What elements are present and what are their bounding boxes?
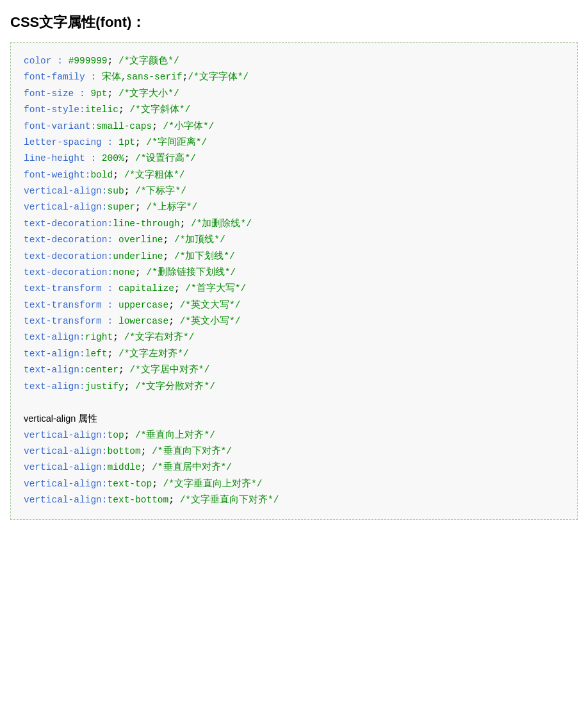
code-line: text-align:center; /*文字居中对齐*/ — [24, 362, 564, 378]
page-title: CSS文字属性(font)： — [10, 13, 578, 32]
css-value: center — [85, 365, 118, 375]
css-value: overline — [118, 235, 163, 245]
css-property: text-decoration: — [24, 267, 113, 278]
css-value: text-bottom — [108, 495, 169, 505]
css-value: itelic — [85, 104, 118, 115]
code-line: text-decoration:none; /*删除链接下划线*/ — [24, 265, 564, 281]
code-line: text-align:right; /*文字右对齐*/ — [24, 329, 564, 345]
css-property: vertical-align: — [24, 446, 108, 456]
code-line: font-variant:small-caps; /*小字体*/ — [24, 119, 564, 135]
code-line: letter-spacing : 1pt; /*字间距离*/ — [24, 135, 564, 151]
css-property: text-transform : — [24, 300, 118, 310]
css-comment: /*字间距离*/ — [146, 137, 207, 147]
code-line: text-transform : uppercase; /*英文大写*/ — [24, 297, 564, 313]
code-line: line-height : 200%; /*设置行高*/ — [24, 151, 564, 167]
code-line: font-style:itelic; /*文字斜体*/ — [24, 102, 564, 118]
css-value: small-caps — [96, 121, 152, 131]
css-property: text-decoration: — [24, 251, 113, 261]
css-comment: /*垂直向上对齐*/ — [135, 430, 215, 440]
css-property: line-height : — [24, 153, 102, 163]
css-comment: /*文字分散对齐*/ — [135, 381, 215, 392]
css-property: vertical-align: — [24, 186, 108, 196]
code-line: text-align:justify; /*文字分散对齐*/ — [24, 379, 564, 395]
css-comment: /*文字字体*/ — [188, 72, 249, 82]
css-value: none — [113, 267, 135, 278]
css-value: sub — [108, 186, 124, 196]
css-value: 9pt — [90, 88, 107, 99]
css-value: line-through — [113, 219, 179, 229]
code-line: vertical-align:text-top; /*文字垂直向上对齐*/ — [24, 476, 564, 492]
css-property: text-transform : — [24, 283, 118, 294]
css-value: uppercase — [118, 300, 168, 310]
css-comment: /*小字体*/ — [163, 121, 215, 131]
css-value: 200% — [102, 153, 124, 163]
css-comment: /*文字垂直向下对齐*/ — [180, 495, 279, 505]
css-property: text-align: — [24, 365, 85, 375]
css-comment: /*英文小写*/ — [180, 316, 241, 326]
css-comment: /*设置行高*/ — [135, 153, 196, 163]
code-line: vertical-align:top; /*垂直向上对齐*/ — [24, 427, 564, 444]
css-property: font-family : — [24, 72, 102, 82]
section-label: vertical-align 属性 — [24, 411, 564, 427]
css-value: text-top — [108, 479, 152, 489]
code-line: vertical-align:sub; /*下标字*/ — [24, 183, 564, 199]
css-value: justify — [85, 381, 124, 392]
code-line: vertical-align:middle; /*垂直居中对齐*/ — [24, 460, 564, 476]
css-value: bottom — [108, 446, 141, 456]
code-line: text-transform : capitalize; /*首字大写*/ — [24, 281, 564, 297]
css-property: vertical-align: — [24, 479, 108, 489]
css-property: vertical-align: — [24, 462, 108, 472]
css-property: vertical-align: — [24, 202, 108, 212]
css-property: vertical-align: — [24, 430, 108, 440]
code-block: color : #999999; /*文字颜色*/font-family : 宋… — [10, 42, 578, 520]
css-property: text-align: — [24, 381, 85, 392]
code-line: vertical-align:bottom; /*垂直向下对齐*/ — [24, 444, 564, 460]
css-comment: /*文字斜体*/ — [129, 104, 190, 115]
code-line: text-decoration:line-through; /*加删除线*/ — [24, 216, 564, 232]
css-property: font-variant: — [24, 121, 96, 131]
css-value: 1pt — [118, 137, 135, 147]
code-line: text-transform : lowercase; /*英文小写*/ — [24, 313, 564, 329]
css-comment: /*文字左对齐*/ — [118, 349, 189, 359]
css-property: vertical-align: — [24, 495, 108, 505]
css-value: middle — [108, 462, 141, 472]
css-comment: /*加删除线*/ — [191, 219, 252, 229]
css-comment: /*文字大小*/ — [118, 88, 179, 99]
css-value: bold — [90, 170, 113, 180]
css-value: #999999 — [69, 56, 108, 66]
css-value: super — [108, 202, 136, 212]
code-line: color : #999999; /*文字颜色*/ — [24, 53, 564, 69]
css-comment: /*文字颜色*/ — [118, 56, 179, 66]
css-property: color : — [24, 56, 69, 66]
css-comment: /*加顶线*/ — [174, 235, 225, 245]
code-line: text-align:left; /*文字左对齐*/ — [24, 346, 564, 362]
code-line: text-decoration:underline; /*加下划线*/ — [24, 249, 564, 265]
css-property: text-decoration: — [24, 235, 118, 245]
css-property: font-size : — [24, 88, 90, 99]
code-line: vertical-align:super; /*上标字*/ — [24, 199, 564, 215]
css-comment: /*下标字*/ — [135, 186, 186, 196]
css-value: underline — [113, 251, 163, 261]
css-value: right — [85, 332, 113, 342]
css-comment: /*文字右对齐*/ — [124, 332, 195, 342]
css-property: text-decoration: — [24, 219, 113, 229]
css-value: left — [85, 349, 108, 359]
css-comment: /*文字粗体*/ — [124, 170, 185, 180]
css-property: letter-spacing : — [24, 137, 118, 147]
css-value: 宋体,sans-serif — [102, 72, 183, 82]
css-property: text-align: — [24, 349, 85, 359]
css-value: lowercase — [118, 316, 168, 326]
css-comment: /*首字大写*/ — [185, 283, 246, 294]
css-comment: /*文字垂直向上对齐*/ — [163, 479, 263, 489]
css-comment: /*删除链接下划线*/ — [146, 267, 236, 278]
css-comment: /*文字居中对齐*/ — [129, 365, 209, 375]
css-property: text-transform : — [24, 316, 118, 326]
css-value: capitalize — [118, 283, 174, 294]
code-line: font-size : 9pt; /*文字大小*/ — [24, 86, 564, 102]
code-line: font-family : 宋体,sans-serif;/*文字字体*/ — [24, 69, 564, 85]
css-comment: /*垂直向下对齐*/ — [152, 446, 232, 456]
css-comment: /*上标字*/ — [146, 202, 197, 212]
code-line: font-weight:bold; /*文字粗体*/ — [24, 167, 564, 183]
css-property: font-style: — [24, 104, 85, 115]
code-line: vertical-align:text-bottom; /*文字垂直向下对齐*/ — [24, 492, 564, 508]
